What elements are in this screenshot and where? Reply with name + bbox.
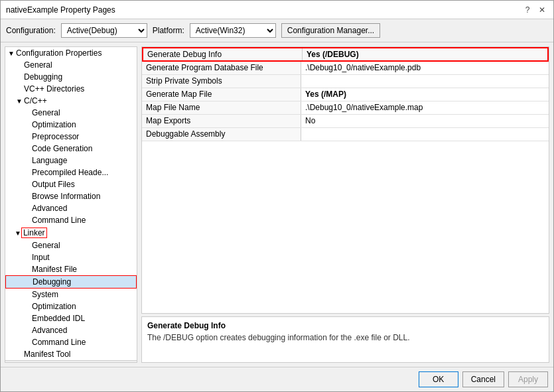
tree-item-linker[interactable]: ▼ Linker xyxy=(5,226,137,239)
toolbar: Configuration: Active(Debug) Platform: A… xyxy=(1,19,553,42)
scroll-right-btn[interactable]: ▶ xyxy=(130,362,135,363)
description-text: The /DEBUG option creates debugging info… xyxy=(147,333,543,342)
toggle-icon xyxy=(24,109,32,117)
prop-row-gen-debug[interactable]: Generate Debug Info Yes (/DEBUG) xyxy=(142,47,549,62)
tree-item-label: General xyxy=(32,108,60,117)
cancel-button[interactable]: Cancel xyxy=(462,371,504,387)
toggle-icon xyxy=(16,62,24,69)
tree-item-vc-dirs[interactable]: VC++ Directories xyxy=(5,83,137,95)
titlebar: nativeExample Property Pages ? ✕ xyxy=(1,1,553,19)
toggle-icon: ▼ xyxy=(16,98,24,105)
tree-item-manifest-file[interactable]: Manifest File xyxy=(5,263,137,275)
tree-item-linker-general[interactable]: General xyxy=(5,239,137,251)
prop-row-map-name[interactable]: Map File Name .\Debug10_0/nativeExample.… xyxy=(142,101,549,115)
help-button[interactable]: ? xyxy=(521,4,533,16)
tree-item-label: General xyxy=(32,241,60,250)
close-button[interactable]: ✕ xyxy=(536,4,548,16)
toggle-icon: ▼ xyxy=(8,50,16,57)
toggle-icon xyxy=(16,74,24,81)
tree-item-label: C/C++ xyxy=(24,96,47,105)
toggle-icon xyxy=(25,279,33,286)
toggle-icon xyxy=(24,327,32,334)
toggle-icon xyxy=(24,303,32,310)
tree-item-label: Preprocessor xyxy=(32,132,79,141)
tree-item-label: Code Generation xyxy=(32,144,92,153)
tree-item-precompiled[interactable]: Precompiled Heade... xyxy=(5,166,137,178)
prop-name-debug-asm: Debuggable Assembly xyxy=(142,128,301,141)
prop-row-debug-asm[interactable]: Debuggable Assembly xyxy=(142,128,549,141)
window-title: nativeExample Property Pages xyxy=(6,5,115,15)
toggle-icon xyxy=(24,121,32,129)
tree-item-preprocessor[interactable]: Preprocessor xyxy=(5,131,137,143)
prop-value-gen-pdb: .\Debug10_0/nativeExample.pdb xyxy=(301,62,549,74)
toggle-icon xyxy=(24,254,32,261)
tree-item-general[interactable]: General xyxy=(5,59,137,71)
tree-item-linker-input[interactable]: Input xyxy=(5,251,137,263)
tree-item-label: Debugging xyxy=(24,72,62,82)
tree-item-browse-info[interactable]: Browse Information xyxy=(5,190,137,202)
prop-name-map-exports: Map Exports xyxy=(142,115,301,127)
bottom-bar: OK Cancel Apply xyxy=(1,367,553,391)
tree-item-advanced-linker[interactable]: Advanced xyxy=(5,324,137,336)
tree-item-linker-debug[interactable]: Debugging xyxy=(5,275,137,289)
scroll-left-btn[interactable]: ◀ xyxy=(7,362,12,363)
tree-item-language[interactable]: Language xyxy=(5,155,137,166)
prop-name-map-name: Map File Name xyxy=(142,101,301,114)
tree-item-label: Output Files xyxy=(32,180,75,189)
horiz-scrollbar[interactable]: ◀ ▶ xyxy=(5,360,137,363)
prop-name-gen-map: Generate Map File xyxy=(142,88,301,101)
prop-row-strip[interactable]: Strip Private Symbols xyxy=(142,75,549,88)
tree-item-label: Manifest File xyxy=(32,265,77,274)
tree-item-code-gen[interactable]: Code Generation xyxy=(5,143,137,155)
tree-item-label: Advanced xyxy=(32,204,67,213)
tree-item-optimization[interactable]: Optimization xyxy=(5,119,137,131)
tree-item-advanced-cpp[interactable]: Advanced xyxy=(5,202,137,214)
tree-item-cpp-general[interactable]: General xyxy=(5,107,137,119)
tree-item-linker-optim[interactable]: Optimization xyxy=(5,300,137,312)
tree-item-cmdline-cpp[interactable]: Command Line xyxy=(5,214,137,226)
toggle-icon xyxy=(24,266,32,273)
tree-item-cpp[interactable]: ▼ C/C++ xyxy=(5,95,137,107)
tree-item-label: System xyxy=(32,290,58,299)
tree-item-label: General xyxy=(24,60,52,70)
tree-item-label: Precompiled Heade... xyxy=(32,168,108,177)
prop-value-map-exports: No xyxy=(301,115,549,127)
tree-item-debugging-top[interactable]: Debugging xyxy=(5,71,137,83)
description-title: Generate Debug Info xyxy=(147,321,543,330)
description-panel: Generate Debug Info The /DEBUG option cr… xyxy=(141,316,549,363)
tree-item-config-props[interactable]: ▼ Configuration Properties xyxy=(5,47,137,59)
apply-button[interactable]: Apply xyxy=(508,371,548,387)
tree-item-label: Advanced xyxy=(32,326,67,335)
tree-item-system[interactable]: System xyxy=(5,289,137,300)
toggle-icon xyxy=(24,205,32,212)
configuration-select[interactable]: Active(Debug) xyxy=(61,23,147,38)
tree-item-label: Browse Information xyxy=(32,192,100,201)
platform-label: Platform: xyxy=(153,26,184,35)
prop-row-gen-pdb[interactable]: Generate Program Database File .\Debug10… xyxy=(142,62,549,75)
properties-table: Generate Debug Info Yes (/DEBUG) Generat… xyxy=(141,46,549,314)
ok-button[interactable]: OK xyxy=(419,371,458,387)
tree-item-label: Configuration Properties xyxy=(16,48,102,58)
config-manager-button[interactable]: Configuration Manager... xyxy=(281,23,380,38)
tree-item-label: Optimization xyxy=(32,120,76,129)
toggle-icon xyxy=(16,351,24,358)
toggle-icon xyxy=(24,133,32,141)
tree-item-manifest-tool[interactable]: Manifest Tool xyxy=(5,348,137,360)
tree-item-cmdline-linker[interactable]: Command Line xyxy=(5,336,137,348)
toggle-icon xyxy=(24,217,32,224)
prop-row-map-exports[interactable]: Map Exports No xyxy=(142,115,549,128)
tree-item-label: VC++ Directories xyxy=(24,84,84,94)
tree-item-label: Command Line xyxy=(32,338,86,347)
tree-item-label: Manifest Tool xyxy=(24,350,70,359)
prop-name-gen-debug: Generate Debug Info xyxy=(143,48,303,60)
prop-value-gen-debug: Yes (/DEBUG) xyxy=(303,48,547,60)
right-panel: Generate Debug Info Yes (/DEBUG) Generat… xyxy=(141,46,549,363)
tree-view: ▼ Configuration Properties General Debug… xyxy=(5,47,137,360)
tree-item-output-files[interactable]: Output Files xyxy=(5,178,137,190)
prop-value-strip xyxy=(301,75,549,88)
prop-row-gen-map[interactable]: Generate Map File Yes (/MAP) xyxy=(142,88,549,101)
titlebar-controls: ? ✕ xyxy=(521,4,548,16)
tree-item-embedded-idl[interactable]: Embedded IDL xyxy=(5,312,137,324)
tree-item-label: Command Line xyxy=(32,216,86,225)
platform-select[interactable]: Active(Win32) xyxy=(190,23,276,38)
